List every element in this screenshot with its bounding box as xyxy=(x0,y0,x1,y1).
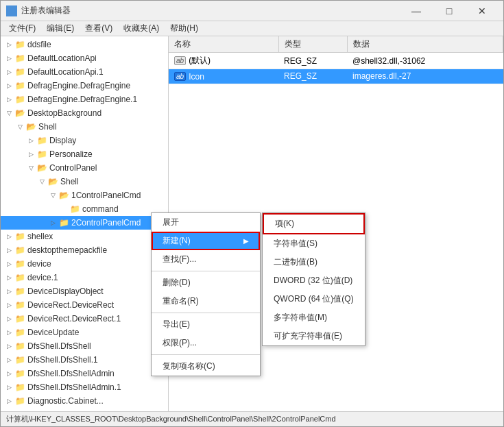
tree-item-shellex[interactable]: ▷ 📁 shellex xyxy=(1,230,168,243)
folder-icon: 📁 xyxy=(14,327,25,338)
tree-item-defaultlocationapi[interactable]: ▷ 📁 DefaultLocationApi xyxy=(1,51,168,65)
folder-icon: 📁 xyxy=(14,245,25,256)
svg-rect-1 xyxy=(12,7,16,10)
tree-item-shell-inner[interactable]: ▽ 📂 Shell xyxy=(1,175,168,188)
close-button[interactable]: ✕ xyxy=(466,1,498,21)
expand-icon: ▷ xyxy=(3,94,14,105)
folder-icon: 📁 xyxy=(14,66,25,77)
minimize-button[interactable]: — xyxy=(400,1,432,21)
svg-rect-3 xyxy=(12,12,16,15)
expand-icon: ▷ xyxy=(3,368,14,379)
tree-item-defragengine[interactable]: ▷ 📁 DefragEngine.DefragEngine xyxy=(1,79,168,93)
svg-rect-2 xyxy=(8,12,11,15)
cell-name: ab (默认) xyxy=(169,53,278,69)
context-menu[interactable]: 展开 新建(N) ▶ 查找(F)... 删除(D) 重命名(R) 导出(E) 权… xyxy=(151,212,261,376)
tree-item-devicerect[interactable]: ▷ 📁 DeviceRect.DeviceRect xyxy=(1,298,168,312)
expand-icon: ▷ xyxy=(3,80,14,91)
folder-icon: 📁 xyxy=(14,53,25,64)
tree-item-deviceupdate[interactable]: ▷ 📁 DeviceUpdate xyxy=(1,326,168,339)
expand-icon: ▽ xyxy=(36,176,47,187)
expand-icon: ▷ xyxy=(3,313,14,324)
tree-item-device1[interactable]: ▷ 📁 device.1 xyxy=(1,271,168,284)
cell-type: REG_SZ xyxy=(278,53,347,69)
window-controls: — □ ✕ xyxy=(400,1,498,21)
tree-item-dfsshell-admin1[interactable]: ▷ 📁 DfsShell.DfsShellAdmin.1 xyxy=(1,380,168,394)
ctx-copy-name[interactable]: 复制项名称(C) xyxy=(152,357,260,376)
sub-item-string[interactable]: 字符串值(S) xyxy=(263,234,365,253)
menu-help[interactable]: 帮助(H) xyxy=(165,21,204,36)
tree-item-ctrl1[interactable]: ▽ 📂 1ControlPanelCmd xyxy=(1,188,168,202)
folder-icon: 📁 xyxy=(14,258,25,269)
tree-item-ddsfile[interactable]: ▷ 📁 ddsfile xyxy=(1,38,168,51)
folder-icon: 📂 xyxy=(47,176,58,187)
sub-item-dword[interactable]: DWORD (32 位)值(D) xyxy=(263,271,365,290)
expand-icon: ▽ xyxy=(3,108,14,119)
expand-icon: ▷ xyxy=(3,354,14,365)
expand-icon: ▽ xyxy=(25,162,36,173)
tree-item-controlpanel[interactable]: ▽ 📂 ControlPanel xyxy=(1,161,168,175)
tree-label: Diagnostic.Cabinet... xyxy=(27,396,104,406)
expand-icon: ▷ xyxy=(3,258,14,269)
tree-item-dfsshell[interactable]: ▷ 📁 DfsShell.DfsShell xyxy=(1,339,168,353)
sub-item-expandstring[interactable]: 可扩充字符串值(E) xyxy=(263,327,365,345)
menu-favorites[interactable]: 收藏夹(A) xyxy=(118,21,165,36)
tree-item-devicedisplayobj[interactable]: ▷ 📁 DeviceDisplayObject xyxy=(1,284,168,298)
status-bar: 计算机\HKEY_CLASSES_ROOT\DesktopBackground\… xyxy=(1,411,503,426)
tree-item-desktopbackground[interactable]: ▽ 📂 DesktopBackground xyxy=(1,106,168,120)
folder-icon: 📁 xyxy=(36,135,47,146)
expand-icon: ▷ xyxy=(3,327,14,338)
menu-edit[interactable]: 编辑(E) xyxy=(41,21,80,36)
tree-label: DfsShell.DfsShellAdmin xyxy=(27,369,115,378)
tree-item-diagnostic[interactable]: ▷ 📁 Diagnostic.Cabinet... xyxy=(1,394,168,408)
tree-item-dfsshell-admin[interactable]: ▷ 📁 DfsShell.DfsShellAdmin xyxy=(1,367,168,380)
cell-data: @shell32.dll,-31062 xyxy=(347,53,503,69)
col-name[interactable]: 名称 xyxy=(169,36,278,53)
col-data[interactable]: 数据 xyxy=(347,36,503,53)
tree-label: desktopthemepackfile xyxy=(27,245,107,255)
expand-icon: ▽ xyxy=(47,190,58,201)
maximize-button[interactable]: □ xyxy=(433,1,465,21)
tree-item-display[interactable]: ▷ 📁 Display xyxy=(1,134,168,147)
submenu-arrow: ▶ xyxy=(243,237,249,245)
tree-item-ctrl2[interactable]: ▷ 📁 2ControlPanelCmd xyxy=(1,216,168,230)
tree-item-command[interactable]: 📁 command xyxy=(1,202,168,216)
sub-item-multistring[interactable]: 多字符串值(M) xyxy=(263,308,365,327)
ctx-rename[interactable]: 重命名(R) xyxy=(152,292,260,310)
value-name: (默认) xyxy=(189,55,211,66)
tree-label: DefaultLocationApi xyxy=(27,53,97,63)
expand-icon: ▷ xyxy=(3,53,14,64)
tree-item-defragengine1[interactable]: ▷ 📁 DefragEngine.DefragEngine.1 xyxy=(1,93,168,106)
sub-item-binary[interactable]: 二进制值(B) xyxy=(263,253,365,271)
ctx-permissions[interactable]: 权限(P)... xyxy=(152,334,260,352)
table-row[interactable]: ab (默认) REG_SZ @shell32.dll,-31062 xyxy=(169,53,503,69)
sub-context-menu[interactable]: 项(K) 字符串值(S) 二进制值(B) DWORD (32 位)值(D) QW… xyxy=(262,212,365,346)
menu-view[interactable]: 查看(V) xyxy=(80,21,118,36)
ctx-export[interactable]: 导出(E) xyxy=(152,315,260,334)
tree-label: DfsShell.DfsShell xyxy=(27,341,91,351)
expand-icon xyxy=(58,204,69,215)
table-row[interactable]: ab Icon REG_SZ imageres.dll,-27 xyxy=(169,69,503,84)
folder-icon: 📁 xyxy=(14,368,25,379)
ctx-find[interactable]: 查找(F)... xyxy=(152,250,260,269)
tree-item-desktoptheme[interactable]: ▷ 📁 desktopthemepackfile xyxy=(1,243,168,257)
svg-rect-0 xyxy=(8,7,11,10)
folder-icon: 📁 xyxy=(36,149,47,160)
ctx-new[interactable]: 新建(N) ▶ xyxy=(152,232,260,250)
sub-item-qword[interactable]: QWORD (64 位)值(Q) xyxy=(263,290,365,308)
sub-item-key[interactable]: 项(K) xyxy=(263,213,365,234)
tree-item-device[interactable]: ▷ 📁 device xyxy=(1,257,168,271)
tree-item-devicerect1[interactable]: ▷ 📁 DeviceRect.DeviceRect.1 xyxy=(1,312,168,326)
tree-label: DeviceUpdate xyxy=(27,328,79,337)
ctx-expand[interactable]: 展开 xyxy=(152,213,260,232)
menu-file[interactable]: 文件(F) xyxy=(3,21,41,36)
tree-label: DeviceRect.DeviceRect xyxy=(27,300,114,310)
menu-bar: 文件(F) 编辑(E) 查看(V) 收藏夹(A) 帮助(H) xyxy=(1,21,503,36)
tree-label: Personalize xyxy=(49,149,93,159)
tree-item-dfsshell1[interactable]: ▷ 📁 DfsShell.DfsShell.1 xyxy=(1,353,168,367)
col-type[interactable]: 类型 xyxy=(278,36,347,53)
tree-item-shell-top[interactable]: ▽ 📂 Shell xyxy=(1,120,168,134)
tree-item-defaultlocationapi1[interactable]: ▷ 📁 DefaultLocationApi.1 xyxy=(1,65,168,79)
tree-item-personalize[interactable]: ▷ 📁 Personalize xyxy=(1,147,168,161)
tree-pane[interactable]: ▷ 📁 ddsfile ▷ 📁 DefaultLocationApi ▷ 📁 D… xyxy=(1,36,169,411)
ctx-delete[interactable]: 删除(D) xyxy=(152,273,260,292)
